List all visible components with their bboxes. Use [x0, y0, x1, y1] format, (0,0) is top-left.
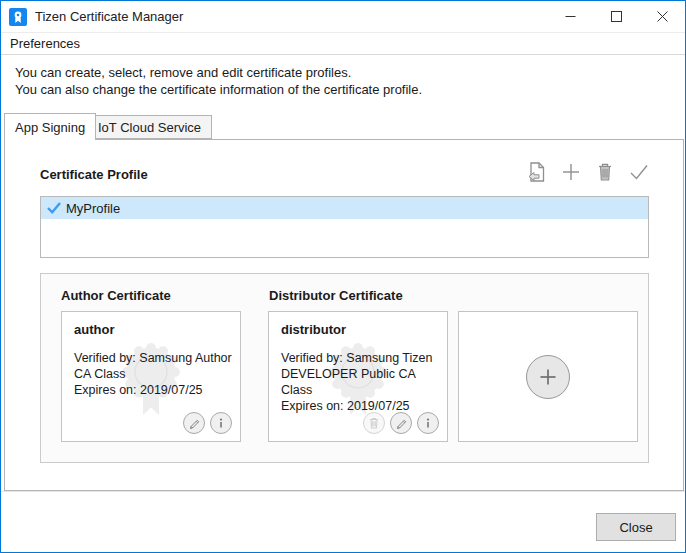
distributor-cert-name: distributor: [281, 322, 346, 337]
plus-icon: [538, 367, 558, 387]
author-certificate-card: author Verified by: Samsung Author CA Cl…: [61, 311, 241, 442]
import-profile-icon: [526, 161, 548, 183]
title-bar[interactable]: Tizen Certificate Manager: [1, 1, 685, 33]
author-cert-name: author: [74, 322, 114, 337]
author-cert-actions: [183, 412, 232, 434]
add-profile-button[interactable]: [558, 159, 584, 185]
distributor-cert-details: Verified by: Samsung Tizen DEVELOPER Pub…: [281, 350, 439, 414]
description-line-1: You can create, select, remove and edit …: [15, 64, 685, 81]
maximize-button[interactable]: [593, 1, 639, 32]
add-distributor-certificate-button[interactable]: [526, 355, 570, 399]
remove-profile-icon: [595, 162, 615, 182]
footer-bar: Close: [1, 491, 685, 552]
remove-profile-button[interactable]: [592, 159, 618, 185]
tab-iot-cloud-service[interactable]: IoT Cloud Service: [87, 115, 212, 139]
close-button[interactable]: Close: [596, 513, 676, 541]
remove-distributor-certificate-button[interactable]: [363, 412, 385, 434]
pencil-icon: [188, 417, 200, 429]
certificates-group: Author Certificate Distributor Certifica…: [40, 273, 649, 463]
distributor-cert-verified-by: Verified by: Samsung Tizen DEVELOPER Pub…: [281, 350, 439, 398]
import-profile-button[interactable]: [524, 159, 550, 185]
description-text: You can create, select, remove and edit …: [1, 55, 685, 98]
profile-list-item-myprofile[interactable]: MyProfile: [41, 197, 648, 219]
tab-app-signing[interactable]: App Signing: [4, 113, 96, 140]
add-profile-icon: [561, 162, 581, 182]
minimize-button[interactable]: [547, 1, 593, 32]
certificate-profile-title: Certificate Profile: [40, 167, 148, 182]
profile-toolbar: [524, 159, 652, 185]
distributor-certificate-heading: Distributor Certificate: [269, 288, 403, 303]
close-icon: [657, 11, 668, 22]
distributor-certificate-card: distributor Verified by: Samsung Tizen D…: [268, 311, 448, 442]
profile-list[interactable]: MyProfile: [40, 196, 649, 258]
maximize-icon: [611, 11, 622, 22]
info-icon: [215, 417, 227, 429]
close-window-button[interactable]: [639, 1, 685, 32]
author-cert-expires: Expires on: 2019/07/25: [74, 382, 232, 398]
app-icon: [9, 8, 27, 26]
add-distributor-certificate-card: [458, 311, 638, 442]
info-icon: [422, 417, 434, 429]
menu-preferences[interactable]: Preferences: [1, 36, 89, 51]
app-signing-panel: Certificate Profile: [4, 139, 684, 491]
author-cert-verified-by: Verified by: Samsung Author CA Class: [74, 350, 232, 382]
pencil-icon: [395, 417, 407, 429]
check-icon: [628, 161, 650, 183]
minimize-icon: [565, 11, 576, 22]
edit-author-certificate-button[interactable]: [183, 412, 205, 434]
profile-name: MyProfile: [66, 201, 120, 216]
active-profile-check-icon: [46, 200, 62, 216]
author-certificate-heading: Author Certificate: [61, 288, 171, 303]
author-certificate-info-button[interactable]: [210, 412, 232, 434]
author-cert-details: Verified by: Samsung Author CA Class Exp…: [74, 350, 232, 398]
menu-bar: Preferences: [1, 33, 685, 55]
tizen-certificate-manager-window: Tizen Certificate Manager Preferences Yo…: [0, 0, 686, 553]
distributor-cert-actions: [363, 412, 439, 434]
edit-distributor-certificate-button[interactable]: [390, 412, 412, 434]
window-title: Tizen Certificate Manager: [35, 9, 183, 24]
description-line-2: You can also change the certificate info…: [15, 81, 685, 98]
distributor-certificate-info-button[interactable]: [417, 412, 439, 434]
window-controls: [547, 1, 685, 32]
trash-icon: [368, 417, 380, 429]
set-active-profile-button[interactable]: [626, 159, 652, 185]
